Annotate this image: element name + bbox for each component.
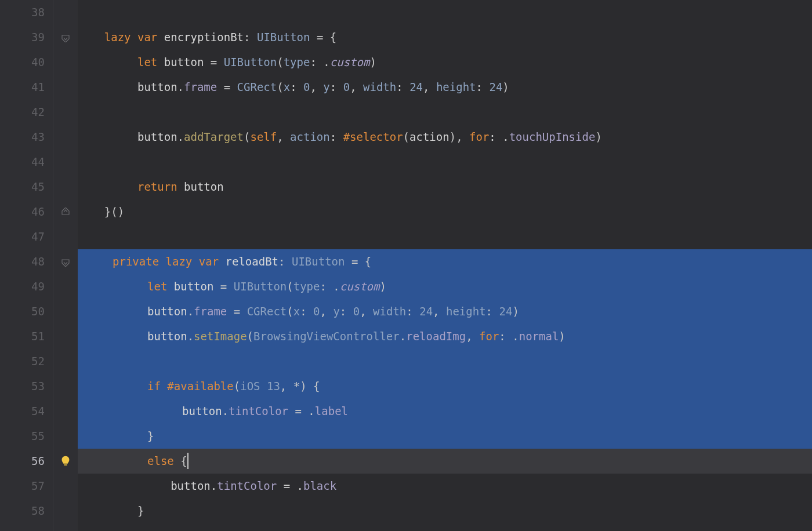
line-number[interactable]: 47 bbox=[0, 224, 53, 249]
line-number[interactable]: 52 bbox=[0, 349, 53, 374]
identifier: button bbox=[137, 81, 177, 93]
line-number[interactable]: 40 bbox=[0, 50, 53, 75]
fold-open-icon[interactable] bbox=[61, 33, 70, 42]
number-literal: 13 bbox=[267, 380, 280, 392]
keyword-else: else bbox=[147, 454, 174, 467]
code-line[interactable]: private lazy var reloadBt: UIButton = { bbox=[78, 249, 812, 274]
line-number[interactable]: 42 bbox=[0, 100, 53, 125]
code-line[interactable]: lazy var encryptionBt: UIButton = { bbox=[78, 25, 812, 50]
enum-case: custom bbox=[340, 280, 380, 293]
line-number[interactable]: 43 bbox=[0, 125, 53, 150]
property: frame bbox=[184, 81, 217, 93]
keyword-let: let bbox=[137, 56, 157, 68]
line-number[interactable]: 55 bbox=[0, 424, 53, 449]
identifier: button bbox=[147, 330, 187, 343]
type-name: UIButton bbox=[234, 280, 287, 293]
code-line[interactable] bbox=[78, 100, 812, 125]
keyword-private: private bbox=[113, 255, 159, 268]
param-label: y bbox=[333, 305, 339, 318]
text-cursor bbox=[187, 453, 188, 469]
identifier: button bbox=[174, 280, 214, 293]
keyword-lazy: lazy bbox=[104, 31, 131, 43]
param-label: for bbox=[469, 130, 489, 143]
code-line[interactable]: button.tintColor = .label bbox=[78, 399, 812, 424]
code-line[interactable]: button.tintColor = .black bbox=[78, 474, 812, 499]
code-line[interactable]: return button bbox=[78, 174, 812, 199]
code-line[interactable]: let button = UIButton(type: .custom) bbox=[78, 274, 812, 299]
fold-open-icon[interactable] bbox=[61, 257, 70, 267]
line-number[interactable]: 41 bbox=[0, 75, 53, 100]
code-line[interactable] bbox=[78, 224, 812, 249]
code-line[interactable] bbox=[78, 150, 812, 174]
code-line[interactable]: } bbox=[78, 499, 812, 523]
identifier: button bbox=[147, 305, 187, 318]
property: reloadImg bbox=[406, 330, 466, 343]
fold-gutter[interactable] bbox=[53, 0, 78, 531]
param-label: type bbox=[293, 280, 320, 293]
line-number[interactable]: 50 bbox=[0, 299, 53, 324]
type-name: UIButton bbox=[292, 255, 345, 268]
keyword-let: let bbox=[147, 280, 167, 293]
code-line[interactable]: button.frame = CGRect(x: 0, y: 0, width:… bbox=[78, 75, 812, 100]
type-name: CGRect bbox=[237, 81, 277, 93]
code-line[interactable]: }() bbox=[78, 199, 812, 224]
selector-keyword: #selector bbox=[343, 130, 403, 143]
code-area[interactable]: lazy var encryptionBt: UIButton = { let … bbox=[78, 0, 812, 531]
code-line[interactable]: } bbox=[78, 424, 812, 449]
identifier: button bbox=[137, 130, 177, 143]
code-line[interactable]: button.addTarget(self, action: #selector… bbox=[78, 125, 812, 150]
line-number[interactable]: 38 bbox=[0, 0, 53, 25]
code-editor[interactable]: 38 39 40 41 42 43 44 45 46 47 48 49 50 5… bbox=[0, 0, 812, 531]
code-line[interactable]: button.frame = CGRect(x: 0, y: 0, width:… bbox=[78, 299, 812, 324]
code-line[interactable] bbox=[78, 0, 812, 25]
line-number[interactable]: 51 bbox=[0, 324, 53, 349]
keyword-var: var bbox=[199, 255, 219, 268]
param-label: height bbox=[446, 305, 486, 318]
line-number[interactable]: 48 bbox=[0, 249, 53, 274]
param-label: width bbox=[363, 81, 396, 93]
line-number-gutter[interactable]: 38 39 40 41 42 43 44 45 46 47 48 49 50 5… bbox=[0, 0, 53, 531]
keyword-self: self bbox=[250, 130, 277, 143]
param-label: type bbox=[284, 56, 310, 68]
line-number[interactable]: 57 bbox=[0, 474, 53, 499]
enum-case: touchUpInside bbox=[509, 130, 596, 143]
line-number[interactable]: 58 bbox=[0, 499, 53, 523]
line-number[interactable]: 44 bbox=[0, 150, 53, 174]
number-literal: 0 bbox=[313, 305, 320, 318]
code-line[interactable]: let button = UIButton(type: .custom) bbox=[78, 50, 812, 75]
line-number[interactable]: 46 bbox=[0, 199, 53, 224]
param-label: action bbox=[290, 130, 330, 143]
identifier: button bbox=[184, 180, 224, 193]
param-label: x bbox=[293, 305, 300, 318]
number-literal: 24 bbox=[499, 305, 513, 318]
code-line[interactable]: if #available(iOS 13, *) { bbox=[78, 374, 812, 399]
lightbulb-icon[interactable] bbox=[59, 455, 72, 468]
line-number[interactable]: 45 bbox=[0, 174, 53, 199]
fold-close-icon[interactable] bbox=[61, 208, 70, 217]
code-line-current[interactable]: else { bbox=[78, 449, 812, 474]
code-line[interactable]: button.setImage(BrowsingViewController.r… bbox=[78, 324, 812, 349]
enum-case: black bbox=[303, 479, 336, 492]
param-label: y bbox=[323, 81, 329, 93]
line-number[interactable]: 49 bbox=[0, 274, 53, 299]
line-number[interactable]: 53 bbox=[0, 374, 53, 399]
platform-name: iOS bbox=[240, 380, 260, 392]
method-name: addTarget bbox=[184, 130, 244, 143]
property: tintColor bbox=[229, 405, 288, 417]
type-name: CGRect bbox=[247, 305, 287, 318]
line-number[interactable]: 39 bbox=[0, 25, 53, 50]
number-literal: 24 bbox=[489, 81, 502, 93]
svg-rect-0 bbox=[64, 464, 67, 465]
line-number[interactable]: 56 bbox=[0, 449, 53, 474]
wildcard: * bbox=[293, 380, 300, 392]
number-literal: 24 bbox=[419, 305, 433, 318]
enum-case: label bbox=[315, 405, 348, 417]
param-label: for bbox=[479, 330, 499, 343]
method-name: setImage bbox=[194, 330, 247, 343]
line-number[interactable]: 54 bbox=[0, 399, 53, 424]
type-name: BrowsingViewController bbox=[253, 330, 400, 343]
code-line[interactable] bbox=[78, 349, 812, 374]
identifier: encryptionBt bbox=[164, 31, 244, 43]
param-label: x bbox=[284, 81, 290, 93]
keyword-var: var bbox=[137, 31, 157, 43]
